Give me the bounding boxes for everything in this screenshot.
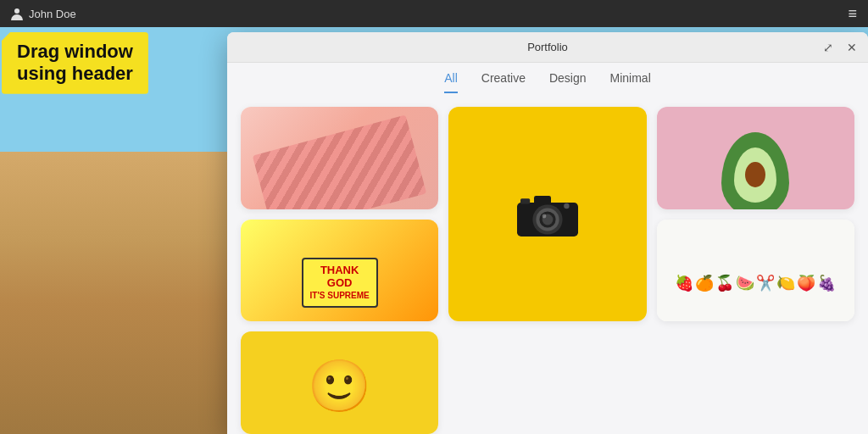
window-title: Portfolio	[527, 41, 568, 53]
grid-item-fruit[interactable]: 🍓 🍊 🍒 🍉 ✂️ 🍋 🍑 🍇	[657, 220, 854, 322]
window-controls: ⤢ ✕	[821, 40, 860, 55]
tab-design[interactable]: Design	[549, 71, 587, 93]
tooltip-text-line2: using header	[17, 63, 133, 84]
grid-item-avocado[interactable]	[657, 107, 854, 209]
window-titlebar[interactable]: Portfolio ⤢ ✕	[227, 32, 868, 63]
card-avocado-visual	[657, 107, 854, 209]
avocado-seed	[745, 162, 765, 187]
stripes-decoration	[253, 114, 426, 209]
comic-text: THANKGODIT'S SUPREME	[302, 258, 378, 308]
fruit-strawberry: 🍓	[675, 275, 693, 291]
fruit-cherry: 🍒	[715, 275, 734, 291]
grid-item-yellow-camera[interactable]	[448, 107, 646, 321]
taskbar-user: John Doe	[10, 7, 76, 20]
avocado-inner	[734, 147, 776, 203]
tabs-bar: All Creative Design Minimal	[227, 63, 868, 93]
grid-item-comic[interactable]: THANKGODIT'S SUPREME	[241, 220, 438, 322]
svg-point-5	[542, 214, 547, 218]
grid-item-pink-stripes[interactable]	[241, 107, 438, 209]
tab-all[interactable]: All	[444, 71, 458, 93]
card-fruit-visual: 🍓 🍊 🍒 🍉 ✂️ 🍋 🍑 🍇	[657, 220, 854, 322]
user-name: John Doe	[29, 8, 76, 20]
user-icon	[10, 7, 24, 20]
card-pink-stripes-visual	[241, 107, 438, 209]
tooltip-bubble: Drag window using header	[2, 32, 148, 94]
fruit-orange: 🍊	[695, 275, 714, 291]
taskbar: John Doe ≡	[0, 0, 868, 27]
close-button[interactable]: ✕	[844, 40, 860, 55]
svg-point-8	[564, 203, 569, 208]
expand-button[interactable]: ⤢	[821, 40, 836, 55]
camera-icon	[514, 189, 581, 240]
fruit-peach: 🍑	[797, 275, 815, 291]
tooltip-text-line1: Drag window	[17, 41, 133, 62]
svg-rect-6	[534, 196, 551, 204]
portfolio-window: Portfolio ⤢ ✕ All Creative Design Minima…	[227, 32, 868, 434]
menu-icon[interactable]: ≡	[848, 5, 858, 23]
portfolio-grid: THANKGODIT'S SUPREME 🍓 🍊 🍒 🍉 ✂️ 🍋 🍑 🍇	[227, 93, 868, 434]
fruit-lemon: 🍋	[776, 275, 795, 291]
card-smiley-visual: 🙂	[241, 331, 438, 434]
smiley-emoji: 🙂	[308, 361, 371, 412]
fruit-scatter: 🍓 🍊 🍒 🍉 ✂️ 🍋 🍑 🍇	[671, 272, 839, 294]
avocado-shape	[721, 132, 789, 209]
grid-item-smiley[interactable]: 🙂	[241, 331, 438, 434]
svg-rect-7	[520, 198, 530, 203]
tab-creative[interactable]: Creative	[481, 71, 526, 93]
card-yellow-camera-visual	[448, 107, 646, 321]
fruit-grape: 🍇	[817, 275, 836, 291]
fruit-scissors: ✂️	[756, 275, 775, 291]
fruit-watermelon: 🍉	[736, 275, 754, 291]
tab-minimal[interactable]: Minimal	[610, 71, 651, 93]
card-comic-visual: THANKGODIT'S SUPREME	[241, 220, 438, 322]
